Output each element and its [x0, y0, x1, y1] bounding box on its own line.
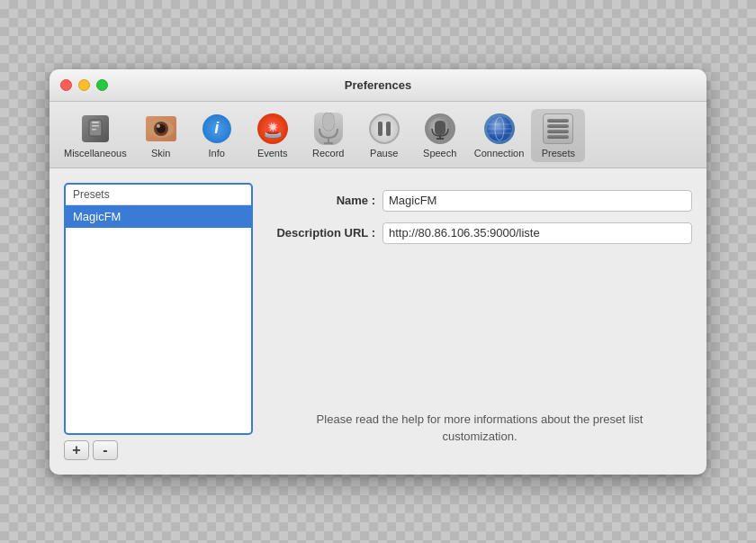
toolbar-item-events[interactable]: 🚨 Events	[246, 109, 300, 162]
toolbar-item-connection[interactable]: Connection	[469, 109, 530, 162]
titlebar: Preferences	[50, 69, 706, 102]
remove-preset-button[interactable]: -	[93, 440, 118, 460]
toolbar: Miscellaneous Skin i	[50, 102, 706, 168]
close-button[interactable]	[60, 79, 72, 91]
toolbar-item-skin[interactable]: Skin	[134, 109, 188, 162]
toolbar-label-connection: Connection	[474, 148, 525, 158]
toolbar-label-speech: Speech	[423, 148, 456, 158]
name-input[interactable]	[382, 190, 692, 212]
skin-icon	[145, 113, 177, 145]
list-item[interactable]: MagicFM	[66, 205, 251, 228]
toolbar-item-miscellaneous[interactable]: Miscellaneous	[58, 109, 132, 162]
events-icon: 🚨	[256, 113, 289, 145]
svg-rect-1	[92, 122, 99, 123]
traffic-lights	[60, 79, 108, 91]
toolbar-label-presets: Presets	[542, 148, 575, 158]
svg-point-7	[157, 124, 160, 128]
presets-icon	[542, 113, 574, 145]
toolbar-item-speech[interactable]: Speech	[413, 109, 467, 162]
pause-icon	[368, 113, 400, 145]
presets-list-header: Presets	[66, 185, 251, 205]
svg-rect-3	[92, 129, 96, 131]
url-input[interactable]	[382, 222, 692, 244]
connection-icon	[483, 113, 516, 145]
window-title: Preferences	[345, 78, 411, 92]
details-panel: Name : Description URL : Please read the…	[267, 183, 692, 460]
speech-icon	[424, 113, 456, 145]
url-label: Description URL :	[267, 226, 375, 240]
toolbar-label-pause: Pause	[370, 148, 398, 158]
toolbar-label-record: Record	[312, 148, 344, 158]
toolbar-label-skin: Skin	[151, 148, 170, 158]
maximize-button[interactable]	[96, 79, 108, 91]
content-area: Presets MagicFM + - Name : Description U…	[50, 168, 706, 475]
toolbar-label-miscellaneous: Miscellaneous	[64, 148, 127, 158]
svg-rect-9	[323, 113, 334, 131]
record-icon	[312, 113, 345, 145]
toolbar-item-record[interactable]: Record	[302, 109, 356, 162]
toolbar-label-info: Info	[209, 148, 225, 158]
misc-icon	[79, 113, 112, 145]
presets-buttons: + -	[64, 440, 253, 460]
svg-rect-2	[92, 125, 99, 127]
presets-list-container: Presets MagicFM	[64, 183, 253, 435]
url-field-row: Description URL :	[267, 222, 692, 244]
name-field-row: Name :	[267, 190, 692, 212]
minimize-button[interactable]	[78, 79, 90, 91]
preferences-window: Preferences Miscellaneous	[50, 69, 706, 475]
toolbar-item-info[interactable]: i Info	[190, 109, 244, 162]
toolbar-item-pause[interactable]: Pause	[357, 109, 411, 162]
presets-panel: Presets MagicFM + -	[64, 183, 253, 460]
info-icon: i	[201, 113, 233, 145]
toolbar-item-presets[interactable]: Presets	[531, 109, 585, 162]
add-preset-button[interactable]: +	[64, 440, 89, 460]
help-text: Please read the help for more informatio…	[267, 396, 692, 460]
toolbar-label-events: Events	[257, 148, 288, 158]
name-label: Name :	[267, 194, 375, 207]
